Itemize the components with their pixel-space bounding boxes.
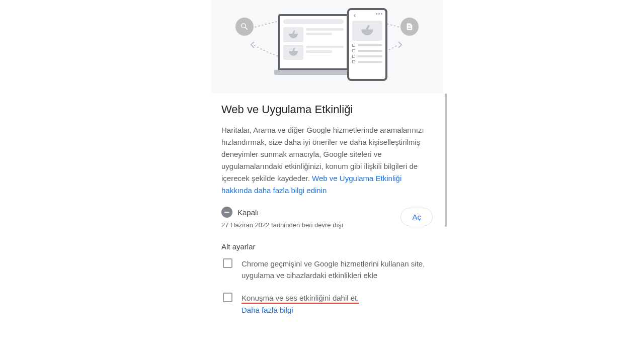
phone-illustration [347,8,387,81]
search-icon [235,18,254,36]
checkbox-voice-audio[interactable] [223,293,232,302]
status-row: Kapalı 27 Haziran 2022 tarihinden beri d… [221,207,433,230]
hero-illustration [211,0,443,93]
checkbox-row-voice-audio: Konuşma ve ses etkinliğini dahil et. Dah… [221,292,433,316]
checkbox-chrome-history[interactable] [223,258,232,268]
laptop-illustration [274,14,352,79]
page-title: Web ve Uygulama Etkinliği [221,103,433,116]
sub-settings-heading: Alt ayarlar [221,242,433,251]
content-area: Web ve Uygulama Etkinliği Haritalar, Ara… [211,93,443,316]
description: Haritalar, Arama ve diğer Google hizmetl… [221,124,433,197]
status-label: Kapalı [237,208,259,217]
learn-more-voice-link[interactable]: Daha fazla bilgi [242,306,293,314]
highlighted-text: Konuşma ve ses etkinliğini dahil et. [242,294,359,304]
status-since: 27 Haziran 2022 tarihinden beri devre dı… [221,221,362,230]
checkbox-label: Konuşma ve ses etkinliğini dahil et. Dah… [242,292,359,316]
scrollbar[interactable] [445,94,447,227]
checkbox-label: Chrome geçmişini ve Google hizmetlerini … [242,258,433,282]
paused-icon [221,207,232,218]
document-icon [400,18,419,36]
settings-panel: Web ve Uygulama Etkinliği Haritalar, Ara… [211,0,443,362]
checkbox-row-chrome-history: Chrome geçmişini ve Google hizmetlerini … [221,258,433,282]
turn-on-button[interactable]: Aç [400,208,433,226]
